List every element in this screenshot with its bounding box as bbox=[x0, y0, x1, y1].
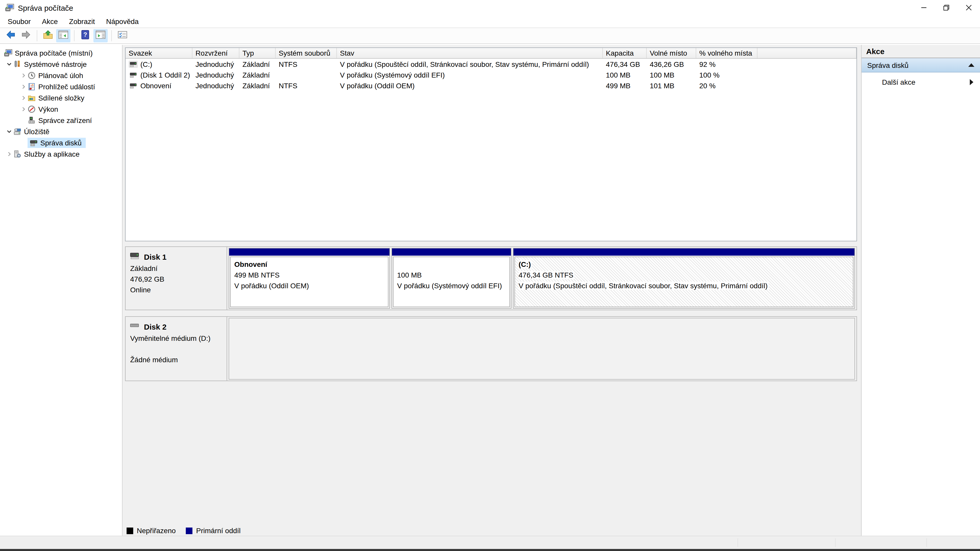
menu-napoveda[interactable]: Nápověda bbox=[100, 15, 145, 27]
disk-status: Online bbox=[130, 285, 227, 295]
window-title: Správa počítače bbox=[18, 3, 73, 12]
tree-item-label: Výkon bbox=[38, 105, 58, 113]
column-header-system-souboru[interactable]: Systém souborů bbox=[275, 48, 337, 58]
help-icon: ? bbox=[81, 30, 89, 41]
chevron-right-icon[interactable] bbox=[19, 106, 27, 112]
device-manager-icon bbox=[27, 116, 36, 124]
forward-icon bbox=[21, 30, 31, 41]
tree-item-vykon[interactable]: Výkon bbox=[0, 103, 122, 115]
shared-folders-icon bbox=[27, 94, 36, 102]
forward-button[interactable] bbox=[19, 29, 33, 42]
partition-name: Obnovení bbox=[234, 259, 384, 270]
tree-item-sprava-pocitace[interactable]: Správa počítače (místní) bbox=[0, 48, 122, 59]
unallocated-swatch bbox=[127, 527, 133, 534]
column-header-svazek[interactable]: Svazek bbox=[126, 48, 192, 58]
volume-row-efi[interactable]: (Disk 1 Oddíl 2) Jednoduchý Základní V p… bbox=[126, 69, 856, 80]
partition-size: 476,34 GB NTFS bbox=[519, 271, 574, 279]
tree-item-systemove-nastroje[interactable]: Systémové nástroje bbox=[0, 59, 122, 70]
tree-item-label: Správce zařízení bbox=[38, 116, 92, 124]
column-header-pct-volneho-mista[interactable]: % volného místa bbox=[696, 48, 757, 58]
status-bar-divider bbox=[835, 538, 835, 547]
computer-icon bbox=[4, 49, 12, 57]
help-button[interactable]: ? bbox=[78, 29, 92, 42]
disk-icon bbox=[130, 251, 140, 262]
tree-item-sprava-disku[interactable]: Správa disků bbox=[0, 137, 122, 148]
column-header-rozvrzeni[interactable]: Rozvržení bbox=[192, 48, 239, 58]
show-console-tree-button[interactable] bbox=[56, 29, 70, 42]
collapse-icon bbox=[968, 63, 974, 67]
chevron-down-icon[interactable] bbox=[5, 61, 13, 67]
volume-cell: 476,34 GB bbox=[603, 60, 647, 68]
volume-cell: 100 % bbox=[696, 71, 757, 79]
partition-c[interactable]: (C:) 476,34 GB NTFS V pořádku (Spouštěcí… bbox=[513, 248, 855, 309]
volume-cell: (C:) bbox=[126, 60, 192, 68]
computer-management-window: Správa počítače Soubor Akce Zobrazit Náp… bbox=[0, 0, 980, 551]
actions-more-item[interactable]: Další akce bbox=[862, 73, 980, 92]
partition-size: 100 MB bbox=[397, 270, 506, 281]
column-header-stav[interactable]: Stav bbox=[337, 48, 603, 58]
minimize-button[interactable] bbox=[913, 0, 935, 15]
volume-cell: Základní bbox=[239, 60, 275, 68]
disk-1-row: Disk 1 Základní 476,92 GB Online Obnoven… bbox=[125, 246, 857, 310]
event-viewer-icon bbox=[27, 83, 36, 91]
up-level-button[interactable] bbox=[41, 29, 55, 42]
column-header-kapacita[interactable]: Kapacita bbox=[603, 48, 647, 58]
volume-row-obnoveni[interactable]: Obnovení Jednoduchý Základní NTFS V pořá… bbox=[126, 80, 856, 91]
disk-size: 476,92 GB bbox=[130, 274, 227, 285]
tree-item-sluzby-a-aplikace[interactable]: Služby a aplikace bbox=[0, 148, 122, 160]
partition-details: 100 MB V pořádku (Systémový oddíl EFI) bbox=[393, 257, 510, 307]
disk-management-icon bbox=[30, 139, 38, 147]
legend-label-primary: Primární oddíl bbox=[196, 527, 241, 535]
chevron-right-icon[interactable] bbox=[19, 95, 27, 101]
tree-item-prohlizec-udalosti[interactable]: Prohlížeč událostí bbox=[0, 81, 122, 92]
svg-text:?: ? bbox=[83, 31, 87, 38]
tree-item-label: Správa disků bbox=[40, 139, 82, 147]
disk-1-info[interactable]: Disk 1 Základní 476,92 GB Online bbox=[126, 247, 227, 310]
chevron-right-icon[interactable] bbox=[19, 84, 27, 90]
chevron-right-icon[interactable] bbox=[5, 151, 13, 157]
menu-soubor[interactable]: Soubor bbox=[2, 15, 36, 27]
tree-item-planovac-uloh[interactable]: Plánovač úloh bbox=[0, 70, 122, 81]
chevron-down-icon[interactable] bbox=[5, 129, 13, 135]
volume-list-header: Svazek Rozvržení Typ Systém souborů Stav… bbox=[126, 48, 856, 59]
volume-icon bbox=[129, 71, 138, 78]
up-folder-icon bbox=[43, 30, 53, 41]
console-tree: Správa počítače (místní) Systémové nástr… bbox=[0, 45, 123, 536]
restore-button[interactable] bbox=[935, 0, 958, 15]
menu-akce[interactable]: Akce bbox=[36, 15, 63, 27]
services-icon bbox=[13, 150, 21, 158]
actions-header: Akce bbox=[862, 45, 980, 58]
chevron-right-icon[interactable] bbox=[19, 73, 27, 79]
menu-zobrazit[interactable]: Zobrazit bbox=[64, 15, 100, 27]
actions-group-sprava-disku[interactable]: Správa disků bbox=[862, 58, 980, 73]
volume-cell: V pořádku (Systémový oddíl EFI) bbox=[337, 71, 603, 79]
partition-efi[interactable]: 100 MB V pořádku (Systémový oddíl EFI) bbox=[391, 248, 511, 309]
close-button[interactable] bbox=[958, 0, 980, 15]
volume-list: Svazek Rozvržení Typ Systém souborů Stav… bbox=[125, 48, 857, 241]
properties-button[interactable] bbox=[115, 29, 130, 42]
partition-status: V pořádku (Spouštěcí oddíl, Stránkovací … bbox=[519, 282, 769, 290]
disk-2-empty-region[interactable] bbox=[229, 318, 855, 380]
show-action-pane-button[interactable] bbox=[94, 29, 108, 42]
disk-1-partitions: Obnovení 499 MB NTFS V pořádku (Oddíl OE… bbox=[227, 247, 856, 310]
primary-partition-color-bar bbox=[514, 248, 854, 256]
tree-item-sdilene-slozky[interactable]: Sdílené složky bbox=[0, 92, 122, 103]
storage-icon bbox=[13, 127, 21, 136]
column-header-volne-misto[interactable]: Volné místo bbox=[647, 48, 696, 58]
volume-name: (C:) bbox=[140, 60, 152, 68]
tree-item-label: Systémové nástroje bbox=[24, 60, 87, 68]
volume-cell: 100 MB bbox=[647, 71, 696, 79]
back-button[interactable] bbox=[3, 29, 18, 42]
volume-row-c[interactable]: (C:) Jednoduchý Základní NTFS V pořádku … bbox=[126, 59, 856, 69]
column-header-typ[interactable]: Typ bbox=[239, 48, 275, 58]
volume-cell: 101 MB bbox=[647, 81, 696, 89]
actions-group-label: Správa disků bbox=[867, 61, 908, 69]
volume-name: Obnovení bbox=[140, 81, 171, 89]
tree-item-uloziste[interactable]: Úložiště bbox=[0, 126, 122, 137]
disk-2-info[interactable]: Disk 2 Vyměnitelné médium (D:) Žádné méd… bbox=[126, 317, 227, 381]
back-icon bbox=[6, 30, 16, 41]
partition-obnoveni[interactable]: Obnovení 499 MB NTFS V pořádku (Oddíl OE… bbox=[229, 248, 390, 309]
tree-item-spravce-zarizeni[interactable]: Správce zařízení bbox=[0, 115, 122, 126]
toolbar-separator bbox=[111, 30, 112, 41]
partition-status: V pořádku (Oddíl OEM) bbox=[234, 281, 384, 291]
